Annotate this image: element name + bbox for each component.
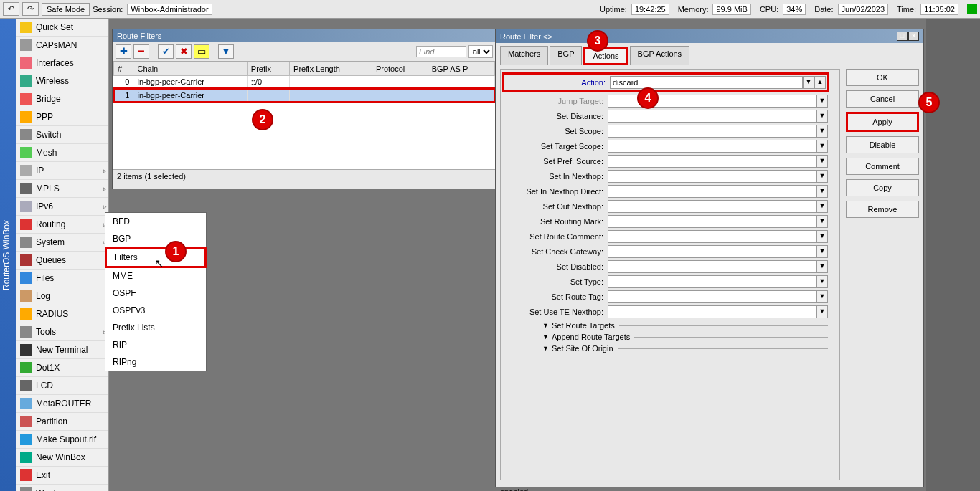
submenu-item-prefix-lists[interactable]: Prefix Lists (105, 319, 206, 336)
sidebar-item-tools[interactable]: Tools▹ (16, 323, 108, 341)
sidebar-item-partition[interactable]: Partition (16, 413, 108, 431)
dropdown-icon[interactable]: ▼ (816, 245, 828, 258)
sidebar-item-ipv6[interactable]: IPv6▹ (16, 198, 108, 216)
collapse-row[interactable]: ▼Append Route Targets (504, 333, 828, 341)
submenu-item-bgp[interactable]: BGP (105, 230, 206, 247)
submenu-item-bfd[interactable]: BFD (105, 213, 206, 230)
sidebar-item-switch[interactable]: Switch (16, 126, 108, 144)
dropdown-icon[interactable]: ▼ (816, 305, 828, 318)
table-row[interactable]: 1in-bgp-peer-Carrier (114, 89, 495, 103)
field-input[interactable] (608, 170, 816, 183)
sidebar-item-mesh[interactable]: Mesh (16, 144, 108, 162)
sidebar-item-system[interactable]: System▹ (16, 234, 108, 252)
disable-button[interactable]: ✖ (176, 44, 192, 59)
sidebar-item-make-supout-rif[interactable]: Make Supout.rif (16, 431, 108, 449)
comment-button[interactable]: ▭ (194, 44, 209, 59)
sidebar-item-dot1x[interactable]: Dot1X (16, 359, 108, 377)
dropdown-icon[interactable]: ▼ (816, 125, 828, 138)
column-header[interactable]: Protocol (372, 62, 428, 76)
sidebar-item-new-terminal[interactable]: New Terminal (16, 341, 108, 359)
dropdown-icon[interactable]: ▼ (816, 230, 828, 243)
redo-button[interactable]: ↷ (22, 2, 39, 16)
scope-select[interactable]: all (468, 45, 493, 58)
field-input[interactable] (608, 245, 816, 258)
field-input[interactable] (608, 290, 816, 303)
disable-button[interactable]: Disable (846, 136, 919, 153)
sidebar-item-files[interactable]: Files (16, 270, 108, 287)
submenu-item-rip[interactable]: RIP (105, 336, 206, 353)
dropdown-icon[interactable]: ▼ (803, 76, 814, 89)
remove-button[interactable]: Remove (846, 201, 919, 218)
field-input[interactable] (608, 260, 816, 273)
enable-button[interactable]: ✔ (158, 44, 174, 59)
sidebar-item-quick-set[interactable]: Quick Set (16, 19, 108, 37)
dropdown-icon[interactable]: ▼ (816, 110, 828, 123)
column-header[interactable]: # (114, 62, 133, 76)
sidebar-item-ip[interactable]: IP▹ (16, 162, 108, 180)
sidebar-item-log[interactable]: Log (16, 287, 108, 305)
maximize-button[interactable]: □ (897, 32, 908, 41)
dropdown-icon[interactable]: ▼ (816, 275, 828, 288)
find-input[interactable] (416, 46, 466, 57)
column-header[interactable]: BGP AS P (428, 62, 494, 76)
dropdown-icon[interactable]: ▼ (816, 215, 828, 228)
action-input[interactable] (610, 76, 803, 89)
add-button[interactable]: ✚ (116, 44, 131, 59)
tab-bgp[interactable]: BGP (550, 46, 582, 65)
sidebar-item-wireless[interactable]: Wireless (16, 72, 108, 90)
dropdown-icon[interactable]: ▼ (816, 95, 828, 108)
remove-button[interactable]: ━ (133, 44, 149, 59)
comment-button[interactable]: Comment (846, 158, 919, 175)
field-input[interactable] (608, 155, 816, 168)
close-button[interactable]: ✕ (908, 32, 919, 41)
submenu-item-ospfv3[interactable]: OSPFv3 (105, 302, 206, 319)
tab-actions[interactable]: Actions (583, 47, 628, 65)
collapse-row[interactable]: ▼Set Site Of Origin (504, 344, 828, 353)
field-input[interactable] (608, 275, 816, 288)
cancel-button[interactable]: Cancel (846, 90, 919, 108)
field-input[interactable] (608, 110, 816, 123)
sidebar-item-metarouter[interactable]: MetaROUTER (16, 395, 108, 413)
tab-bgp-actions[interactable]: BGP Actions (630, 46, 690, 65)
sidebar-item-radius[interactable]: RADIUS (16, 305, 108, 323)
field-input[interactable] (608, 125, 816, 138)
apply-button[interactable]: Apply (846, 112, 919, 132)
sidebar-item-queues[interactable]: Queues (16, 252, 108, 270)
field-input[interactable] (608, 305, 816, 318)
sidebar-item-new-winbox[interactable]: New WinBox (16, 449, 108, 467)
sidebar-item-interfaces[interactable]: Interfaces (16, 54, 108, 72)
filter-button[interactable]: ▼ (218, 44, 234, 59)
sidebar-item-routing[interactable]: Routing▹ (16, 216, 108, 234)
sidebar-item-ppp[interactable]: PPP (16, 108, 108, 126)
dropdown-icon[interactable]: ▼ (816, 290, 828, 303)
dropdown-icon[interactable]: ▼ (816, 185, 828, 198)
dropdown-icon[interactable]: ▼ (816, 200, 828, 213)
column-header[interactable]: Prefix Length (290, 62, 372, 76)
submenu-item-ripng[interactable]: RIPng (105, 353, 206, 371)
dropdown-icon[interactable]: ▼ (816, 155, 828, 168)
ok-button[interactable]: OK (846, 69, 919, 86)
sidebar-item-mpls[interactable]: MPLS▹ (16, 180, 108, 198)
undo-button[interactable]: ↶ (3, 2, 19, 16)
sidebar-item-capsman[interactable]: CAPsMAN (16, 37, 108, 54)
dropdown-icon[interactable]: ▼ (816, 260, 828, 273)
field-input[interactable] (608, 200, 816, 213)
sidebar-item-bridge[interactable]: Bridge (16, 90, 108, 108)
sidebar-item-exit[interactable]: Exit (16, 467, 108, 485)
copy-button[interactable]: Copy (846, 179, 919, 196)
table-row[interactable]: 0in-bgp-peer-Carrier::/0 (114, 76, 495, 89)
safemode-button[interactable]: Safe Mode (42, 3, 90, 16)
field-input[interactable] (608, 185, 816, 198)
tab-matchers[interactable]: Matchers (500, 46, 548, 65)
sidebar-item-windows[interactable]: Windows▹ (16, 485, 108, 491)
submenu-item-ospf[interactable]: OSPF (105, 285, 206, 302)
field-input[interactable] (608, 215, 816, 228)
collapse-row[interactable]: ▼Set Route Targets (504, 321, 828, 330)
field-input[interactable] (608, 140, 816, 153)
dropdown-icon[interactable]: ▼ (816, 140, 828, 153)
up-icon[interactable]: ▲ (814, 76, 826, 89)
sidebar-item-lcd[interactable]: LCD (16, 377, 108, 395)
column-header[interactable]: Chain (133, 62, 247, 76)
column-header[interactable]: Prefix (247, 62, 289, 76)
dropdown-icon[interactable]: ▼ (816, 170, 828, 183)
